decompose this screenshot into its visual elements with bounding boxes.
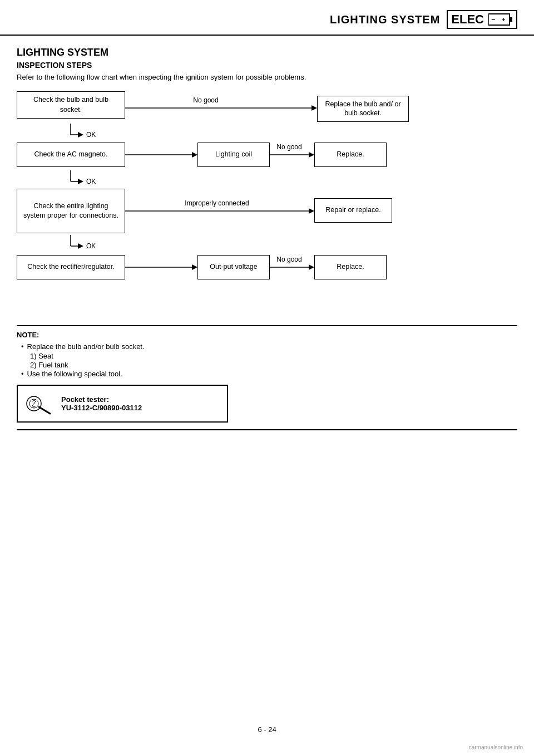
svg-text:No good: No good	[276, 143, 301, 151]
header-title: LIGHTING SYSTEM	[330, 13, 440, 26]
svg-marker-18	[78, 179, 83, 184]
note-text-2: Use the following special tool.	[27, 370, 122, 378]
svg-text:OK: OK	[86, 131, 96, 139]
watermark: carmanualsonline.info	[469, 744, 523, 750]
tool-label-2: YU-3112-C/90890-03112	[61, 404, 142, 412]
box-check-ac: Check the AC magneto.	[17, 143, 125, 167]
svg-text:Improperly connected: Improperly connected	[185, 199, 249, 207]
page-header: LIGHTING SYSTEM ELEC − +	[0, 0, 534, 36]
note-title: NOTE:	[17, 331, 517, 339]
box-replace-2: Replace.	[314, 255, 387, 279]
box-check-bulb: Check the bulb and bulb socket.	[17, 91, 125, 119]
box-replace-bulb: Replace the bulb and/ or bulb socket.	[317, 96, 409, 122]
svg-rect-1	[510, 17, 512, 22]
note-text-1: Replace the bulb and/or bulb socket.	[27, 342, 145, 351]
svg-marker-28	[192, 264, 197, 270]
box-repair-replace: Repair or replace.	[314, 198, 392, 223]
svg-marker-9	[78, 132, 83, 138]
svg-text:+: +	[502, 16, 505, 23]
svg-text:OK: OK	[86, 178, 96, 185]
intro-text: Refer to the following flow chart when i…	[17, 73, 517, 81]
elec-badge: ELEC − +	[447, 10, 517, 29]
section-title: LIGHTING SYSTEM	[17, 47, 517, 58]
page-footer: 6 - 24	[0, 725, 534, 734]
svg-text:−: −	[491, 16, 495, 23]
tool-text: Pocket tester: YU-3112-C/90890-03112	[61, 395, 142, 412]
battery-icon: − +	[488, 12, 513, 27]
tool-label-1: Pocket tester:	[61, 395, 142, 404]
svg-marker-21	[309, 208, 314, 214]
svg-text:No good: No good	[193, 96, 218, 104]
note-sub-1: 1) Seat	[30, 352, 517, 360]
note-sub-2: 2) Fuel tank	[30, 361, 517, 369]
box-output-voltage: Out-put voltage	[197, 255, 270, 279]
svg-marker-14	[309, 152, 314, 158]
page-number: 6 - 24	[258, 725, 276, 734]
note-section: NOTE: • Replace the bulb and/or bulb soc…	[17, 325, 517, 430]
box-check-lighting: Check the entire lighting system proper …	[17, 189, 125, 233]
tool-icon	[26, 391, 53, 416]
svg-marker-12	[192, 152, 197, 158]
svg-text:OK: OK	[86, 242, 96, 250]
box-lighting-coil: Lighting coil	[197, 143, 270, 167]
svg-marker-30	[309, 264, 314, 270]
subsection-title: INSPECTION STEPS	[17, 61, 517, 70]
svg-marker-25	[78, 243, 83, 249]
box-replace-1: Replace.	[314, 143, 387, 167]
svg-text:No good: No good	[276, 256, 301, 263]
tool-box: Pocket tester: YU-3112-C/90890-03112	[17, 385, 228, 423]
flowchart: No good OK No good OK Improperly connect…	[17, 91, 501, 320]
elec-badge-text: ELEC	[451, 12, 484, 27]
note-item-2: • Use the following special tool.	[21, 370, 517, 378]
svg-line-34	[39, 407, 50, 414]
page-content: LIGHTING SYSTEM INSPECTION STEPS Refer t…	[0, 36, 534, 453]
svg-marker-5	[312, 105, 317, 111]
box-check-rectifier: Check the rectifier/regulator.	[17, 255, 125, 279]
note-item-1: • Replace the bulb and/or bulb socket.	[21, 342, 517, 351]
